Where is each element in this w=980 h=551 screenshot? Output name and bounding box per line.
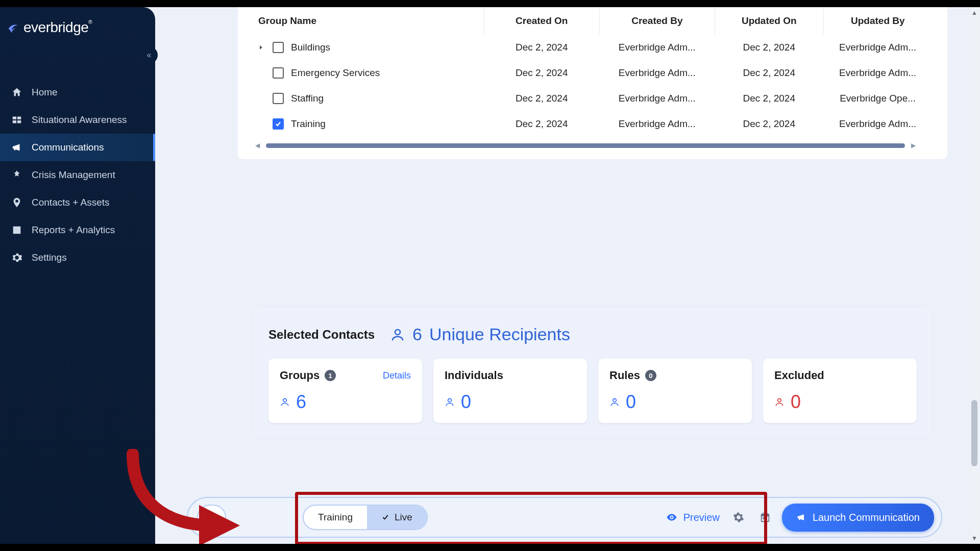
cell-createdBy: Everbridge Adm... [619, 118, 696, 129]
gear-icon [733, 512, 744, 523]
cell-createdBy: Everbridge Adm... [619, 42, 696, 53]
brand-logo: everbridge® [0, 7, 155, 48]
mode-live[interactable]: Live [367, 506, 427, 529]
sidebar-item-settings[interactable]: Settings [0, 244, 155, 271]
settings-icon-button[interactable] [729, 508, 748, 527]
sidebar-item-home[interactable]: Home [0, 79, 155, 106]
check-icon [381, 513, 389, 521]
groups-label: Groups [280, 369, 320, 382]
excluded-card: Excluded 0 [763, 359, 917, 423]
sidebar-item-label: Settings [32, 252, 67, 263]
rules-card: Rules 0 0 [598, 359, 752, 423]
row-checkbox[interactable] [273, 67, 284, 79]
group-name: Training [291, 118, 326, 130]
megaphone-icon [11, 142, 22, 153]
scroll-left-icon[interactable]: ◀ [253, 142, 262, 149]
sidebar-item-label: Reports + Analytics [32, 224, 115, 236]
person-icon [774, 397, 785, 407]
groups-value: 6 [280, 391, 411, 413]
cell-createdOn: Dec 2, 2024 [516, 93, 568, 104]
sidebar-item-crisis[interactable]: Crisis Management [0, 161, 155, 189]
cell-updatedBy: Everbridge Adm... [839, 118, 916, 129]
chevron-right-icon[interactable] [258, 45, 263, 50]
col-created-on[interactable]: Created On [484, 7, 599, 35]
groups-table-card: Group Name Created On Created By Updated… [238, 7, 947, 159]
col-updated-by[interactable]: Updated By [823, 7, 932, 35]
vertical-scrollbar[interactable]: ▲ ▼ [970, 7, 979, 544]
registered-icon: ® [88, 19, 92, 25]
launch-communication-button[interactable]: Launch Communication [782, 504, 934, 532]
sidebar-item-communications[interactable]: Communications [0, 134, 155, 161]
gear-icon [11, 252, 22, 263]
sidebar-item-contacts[interactable]: Contacts + Assets [0, 189, 155, 216]
excluded-value: 0 [774, 391, 905, 413]
horizontal-scrollbar[interactable]: ◀ ▶ [253, 142, 932, 149]
pin-icon [11, 197, 22, 208]
preview-button[interactable]: Preview [666, 512, 720, 523]
crisis-icon [11, 169, 22, 181]
rules-value: 0 [609, 391, 741, 413]
cell-createdBy: Everbridge Adm... [619, 93, 696, 104]
scroll-down-icon[interactable]: ▼ [970, 535, 979, 542]
person-icon [445, 397, 455, 407]
groups-badge: 1 [325, 370, 336, 381]
groups-table: Group Name Created On Created By Updated… [253, 7, 932, 137]
table-row[interactable]: TrainingDec 2, 2024Everbridge Adm...Dec … [253, 111, 932, 137]
sidebar-item-label: Situational Awareness [32, 114, 127, 126]
schedule-icon-button[interactable] [755, 508, 775, 527]
selected-contacts-panel: Selected Contacts 6 Unique Recipients Gr… [253, 307, 932, 438]
unique-recipients: 6 Unique Recipients [390, 324, 570, 344]
group-name: Staffing [291, 93, 324, 104]
recipients-label: Unique Recipients [429, 324, 570, 344]
sidebar-item-label: Crisis Management [32, 169, 115, 181]
cell-createdBy: Everbridge Adm... [619, 67, 696, 78]
cell-updatedOn: Dec 2, 2024 [743, 42, 795, 53]
nav: Home Situational Awareness Communication… [0, 79, 155, 271]
scroll-right-icon[interactable]: ▶ [909, 142, 918, 149]
person-icon [390, 327, 405, 342]
table-row[interactable]: Emergency ServicesDec 2, 2024Everbridge … [253, 60, 932, 86]
row-checkbox[interactable] [273, 42, 284, 53]
selected-contacts-title: Selected Contacts [268, 328, 375, 342]
mode-training[interactable]: Training [304, 506, 367, 529]
cell-updatedBy: Everbridge Ope... [840, 93, 916, 104]
row-checkbox[interactable] [273, 118, 284, 130]
rules-badge: 0 [645, 370, 656, 381]
cell-updatedBy: Everbridge Adm... [839, 42, 916, 53]
scroll-track[interactable] [266, 143, 905, 148]
cell-createdOn: Dec 2, 2024 [516, 67, 568, 78]
individuals-card: Individuals 0 [433, 359, 587, 423]
sidebar-item-label: Contacts + Assets [32, 197, 110, 208]
sidebar-item-label: Home [32, 87, 58, 98]
main: Group Name Created On Created By Updated… [155, 7, 980, 544]
recipients-count: 6 [412, 324, 422, 344]
excluded-label: Excluded [774, 369, 824, 382]
sidebar: everbridge® « Home Situational Awareness… [0, 7, 155, 544]
selected-contacts-header: Selected Contacts 6 Unique Recipients [268, 324, 917, 344]
cell-updatedOn: Dec 2, 2024 [743, 67, 795, 78]
person-icon [609, 397, 620, 407]
sidebar-item-situational[interactable]: Situational Awareness [0, 106, 155, 134]
col-group-name[interactable]: Group Name [253, 7, 484, 35]
cell-createdOn: Dec 2, 2024 [516, 42, 568, 53]
footer-left-button[interactable] [197, 505, 226, 530]
group-name: Emergency Services [291, 67, 380, 79]
brand-name: everbridge [23, 19, 88, 35]
scroll-thumb[interactable] [971, 400, 977, 466]
footer-bar: Training Live Preview Launch Communicati… [187, 497, 942, 538]
rules-label: Rules [609, 369, 640, 382]
col-updated-on[interactable]: Updated On [715, 7, 823, 35]
row-checkbox[interactable] [273, 93, 284, 104]
chart-icon [11, 224, 22, 236]
scroll-up-icon[interactable]: ▲ [970, 9, 979, 16]
sidebar-item-label: Communications [32, 142, 104, 153]
table-row[interactable]: StaffingDec 2, 2024Everbridge Adm...Dec … [253, 86, 932, 111]
table-row[interactable]: BuildingsDec 2, 2024Everbridge Adm...Dec… [253, 35, 932, 60]
sidebar-item-reports[interactable]: Reports + Analytics [0, 216, 155, 244]
person-icon [280, 397, 290, 407]
col-created-by[interactable]: Created By [599, 7, 715, 35]
groups-details-link[interactable]: Details [383, 370, 411, 381]
sidebar-collapse-button[interactable]: « [140, 46, 158, 64]
home-icon [11, 87, 22, 98]
logo-mark-icon [6, 20, 20, 35]
